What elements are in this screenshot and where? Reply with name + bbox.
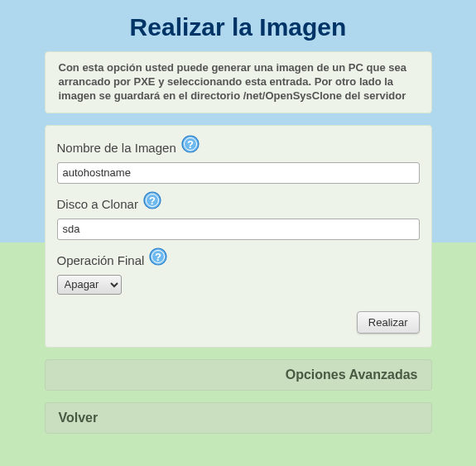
back-bar[interactable]: Volver xyxy=(45,402,432,434)
image-name-input[interactable] xyxy=(57,162,420,184)
content-container: Con esta opción usted puede generar una … xyxy=(45,51,432,434)
submit-button[interactable]: Realizar xyxy=(357,311,420,334)
image-name-label: Nombre de la Imagen xyxy=(57,141,176,155)
help-icon[interactable]: ? xyxy=(143,191,161,213)
back-label: Volver xyxy=(59,411,99,425)
svg-text:?: ? xyxy=(187,137,194,150)
final-op-select[interactable]: Apagar xyxy=(57,275,122,295)
svg-text:?: ? xyxy=(155,250,161,262)
info-panel: Con esta opción usted puede generar una … xyxy=(45,51,432,113)
advanced-options-bar[interactable]: Opciones Avanzadas xyxy=(45,359,432,391)
disk-input[interactable] xyxy=(57,219,420,240)
info-text: Con esta opción usted puede generar una … xyxy=(59,61,418,103)
svg-text:?: ? xyxy=(149,194,156,206)
field-final-op: Operación Final ? Apagar xyxy=(57,250,420,295)
field-image-name: Nombre de la Imagen ? xyxy=(57,137,420,184)
final-op-label: Operación Final xyxy=(57,253,145,267)
help-icon[interactable]: ? xyxy=(149,247,167,269)
page-title: Realizar la Imagen xyxy=(0,0,476,51)
action-row: Realizar xyxy=(57,311,420,334)
advanced-options-label: Opciones Avanzadas xyxy=(286,368,418,382)
disk-label: Disco a Clonar xyxy=(57,197,138,211)
field-disk: Disco a Clonar ? xyxy=(57,194,420,240)
form-panel: Nombre de la Imagen ? Disco a Clonar xyxy=(45,125,432,348)
help-icon[interactable]: ? xyxy=(181,135,200,156)
